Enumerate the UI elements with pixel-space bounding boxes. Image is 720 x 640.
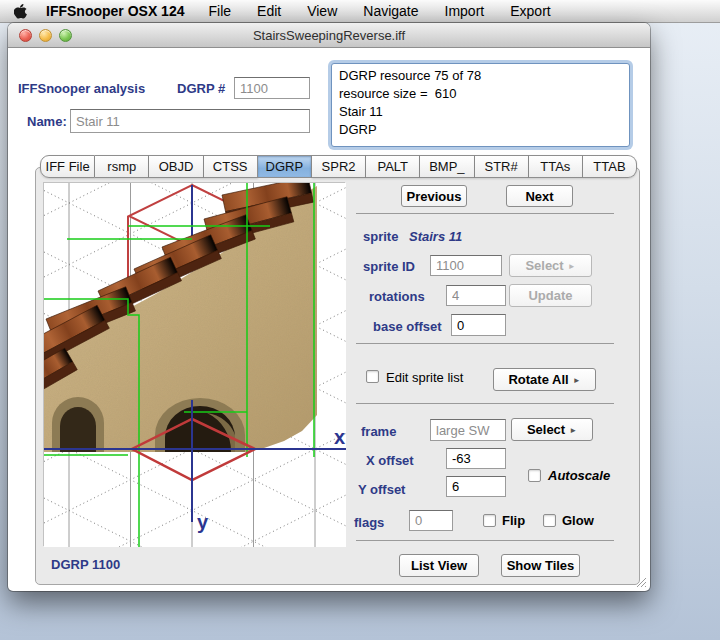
y-axis-label: y (197, 511, 209, 533)
tab-palt[interactable]: PALT (366, 155, 420, 178)
x-offset-field[interactable] (446, 448, 506, 469)
disclosure-arrow-icon: ► (569, 426, 577, 435)
glow-label: Glow (562, 513, 594, 528)
dgrp-number-label: DGRP # (177, 81, 225, 96)
edit-sprite-list-checkbox[interactable] (366, 370, 379, 383)
sprite-id-label: sprite ID (363, 259, 415, 274)
frame-select-button[interactable]: Select► (511, 418, 593, 441)
menu-bar: IFFSnooper OSX 124 File Edit View Naviga… (0, 0, 720, 23)
y-offset-label: Y offset (358, 482, 405, 497)
stairs-preview-image: x y (44, 183, 346, 547)
x-offset-label: X offset (366, 453, 414, 468)
tab-spr2[interactable]: SPR2 (312, 155, 366, 178)
autoscale-label: Autoscale (548, 468, 610, 483)
flip-checkbox[interactable] (483, 514, 496, 527)
name-label: Name: (27, 114, 67, 129)
list-view-button[interactable]: List View (399, 554, 479, 577)
dgrp-caption: DGRP 1100 (51, 557, 120, 572)
title-bar[interactable]: StairsSweepingReverse.iff (8, 23, 650, 48)
tab-objd[interactable]: OBJD (149, 155, 203, 178)
sprite-label: sprite (363, 229, 398, 244)
menu-item-navigate[interactable]: Navigate (363, 3, 418, 19)
tab-ttas[interactable]: TTAs (529, 155, 583, 178)
y-offset-field[interactable] (446, 476, 506, 497)
base-offset-field[interactable] (451, 314, 506, 336)
base-offset-label: base offset (373, 319, 442, 334)
disclosure-arrow-icon: ► (573, 376, 581, 385)
rotate-all-button[interactable]: Rotate All► (493, 368, 596, 391)
divider (356, 540, 614, 541)
tab-str[interactable]: STR# (475, 155, 529, 178)
divider (356, 343, 614, 344)
frame-field[interactable] (430, 419, 506, 441)
dgrp-number-field[interactable] (234, 77, 310, 99)
disclosure-arrow-icon: ► (568, 262, 576, 271)
tab-dgrp[interactable]: DGRP (258, 155, 312, 178)
next-button[interactable]: Next (506, 185, 573, 207)
previous-button[interactable]: Previous (401, 185, 467, 207)
traffic-lights (19, 29, 72, 42)
window-title: StairsSweepingReverse.iff (253, 28, 405, 43)
tab-ctss[interactable]: CTSS (204, 155, 258, 178)
sprite-id-field[interactable] (430, 255, 502, 276)
rotations-field[interactable] (446, 285, 506, 306)
tab-ttab[interactable]: TTAB (583, 155, 637, 178)
flip-label: Flip (502, 513, 525, 528)
sprite-name-value: Stairs 11 (409, 229, 462, 244)
zoom-button[interactable] (59, 29, 72, 42)
resource-info-box[interactable]: DGRP resource 75 of 78 resource size = 6… (331, 63, 630, 147)
app-window: StairsSweepingReverse.iff IFFSnooper ana… (8, 23, 650, 591)
update-button[interactable]: Update (509, 284, 592, 307)
menu-app-name[interactable]: IFFSnooper OSX 124 (46, 3, 184, 19)
desktop: { "menu_bar": { "app_name": "IFFSnooper … (0, 0, 720, 640)
menu-item-file[interactable]: File (208, 3, 231, 19)
tab-rsmp[interactable]: rsmp (95, 155, 149, 178)
tab-iff-file[interactable]: IFF File (40, 155, 95, 178)
show-tiles-button[interactable]: Show Tiles (501, 554, 580, 577)
glow-checkbox[interactable] (543, 514, 556, 527)
name-field[interactable] (70, 109, 310, 133)
rotations-label: rotations (369, 289, 425, 304)
close-button[interactable] (19, 29, 32, 42)
menu-item-import[interactable]: Import (445, 3, 485, 19)
resize-grip-icon[interactable] (633, 574, 647, 588)
autoscale-checkbox[interactable] (528, 469, 541, 482)
tab-bmp[interactable]: BMP_ (420, 155, 474, 178)
sprite-preview: x y (43, 182, 345, 546)
menu-item-edit[interactable]: Edit (257, 3, 281, 19)
divider (356, 403, 614, 404)
sprite-select-button[interactable]: Select► (509, 254, 592, 277)
menu-item-view[interactable]: View (307, 3, 337, 19)
x-axis-label: x (334, 426, 345, 448)
frame-label: frame (361, 424, 396, 439)
flags-label: flags (354, 515, 384, 530)
minimize-button[interactable] (39, 29, 52, 42)
flags-field[interactable] (409, 510, 453, 531)
resource-tab-bar: IFF File rsmp OBJD CTSS DGRP SPR2 PALT B… (40, 155, 637, 178)
window-content: IFFSnooper analysis DGRP # Name: DGRP re… (8, 48, 650, 591)
menu-item-export[interactable]: Export (510, 3, 550, 19)
apple-icon[interactable] (14, 4, 28, 19)
edit-sprite-list-label: Edit sprite list (386, 370, 463, 385)
divider (356, 213, 614, 214)
dgrp-panel: x y DGRP 1100 Previous Next sprite Stair… (35, 167, 640, 585)
analysis-section-label: IFFSnooper analysis (18, 81, 145, 96)
